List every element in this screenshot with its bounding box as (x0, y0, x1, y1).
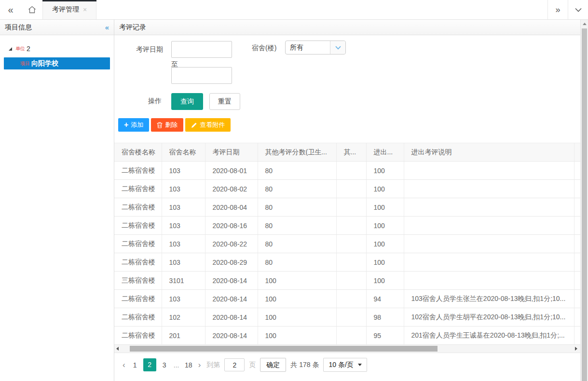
table-row[interactable]: 二栋宿舍楼2012020-08-1410095201宿舍人员学生王诚基在2020… (114, 327, 580, 345)
page-button-3[interactable]: 3 (161, 361, 168, 369)
column-header-filler (574, 143, 580, 162)
table-cell: 201宿舍人员学生王诚基在2020-08-13晚归,扣1分;... (404, 327, 574, 345)
plus-icon: + (124, 121, 128, 129)
table-cell: 二栋宿舍楼 (114, 162, 162, 180)
table-cell: 102 (162, 308, 205, 327)
project-tree: 单位 2 项目 向阳学校 (0, 35, 114, 69)
scroll-right-icon[interactable] (575, 347, 577, 351)
table-cell: 二栋宿舍楼 (114, 253, 162, 272)
tab-close-icon[interactable]: × (83, 6, 87, 14)
table-row[interactable]: 三栋宿舍楼31012020-08-14100100 (114, 272, 580, 290)
table-cell (404, 198, 574, 217)
table-cell: 2020-08-14 (205, 327, 258, 345)
dorm-select[interactable]: 所有 (285, 41, 346, 54)
page-button-18[interactable]: 18 (185, 361, 192, 369)
table-cell: 100 (366, 272, 404, 290)
table-row[interactable]: 二栋宿舍楼1032020-08-1410094103宿舍人员学生张兰在2020-… (114, 290, 580, 308)
table-row[interactable]: 二栋宿舍楼1032020-08-2980100 (114, 253, 580, 272)
table-cell: 100 (258, 327, 336, 345)
tabbar-spacer (96, 0, 547, 19)
caret-down-icon (358, 364, 362, 366)
operation-label: 操作 (148, 97, 162, 106)
table-cell (336, 162, 366, 180)
page-size-value: 10 条/页 (328, 361, 353, 369)
more-tabs-icon[interactable]: » (547, 0, 568, 19)
chevron-down-icon (575, 8, 582, 12)
page-button-1[interactable]: 1 (131, 361, 139, 369)
column-header: 其... (336, 143, 366, 162)
table-cell: 三栋宿舍楼 (114, 272, 162, 290)
home-icon[interactable] (21, 0, 42, 19)
select-arrow-area[interactable] (330, 41, 345, 54)
node-label: 2 (27, 45, 30, 53)
table-cell: 2020-08-16 (205, 217, 258, 235)
table-cell (404, 272, 574, 290)
tree-node-school-selected[interactable]: 项目 向阳学校 (4, 57, 110, 69)
table-cell (404, 162, 574, 180)
scroll-up-icon[interactable] (583, 23, 587, 25)
table-row[interactable]: 二栋宿舍楼1032020-08-0480100 (114, 198, 580, 217)
table-row[interactable]: 二栋宿舍楼1032020-08-0180100 (114, 162, 580, 180)
tab-menu-icon[interactable] (568, 0, 588, 19)
collapse-tabs-icon[interactable]: « (0, 0, 21, 19)
column-header: 考评日期 (205, 143, 258, 162)
tab-kaoping-guanli[interactable]: 考评管理 × (42, 0, 96, 19)
table-cell: 103 (162, 198, 205, 217)
horizontal-scroll-thumb[interactable] (130, 346, 438, 352)
table-header-row: 宿舍楼名称宿舍名称考评日期其他考评分数(卫生...其...进出...进出考评说明 (114, 143, 580, 162)
table-cell: 100 (366, 162, 404, 180)
table-cell: 95 (366, 327, 404, 345)
horizontal-scrollbar[interactable] (114, 345, 580, 353)
table-row[interactable]: 二栋宿舍楼1032020-08-0280100 (114, 180, 580, 198)
page-ellipsis: ... (173, 361, 180, 369)
table-cell: 100 (366, 235, 404, 253)
add-button[interactable]: + 添加 (118, 118, 149, 132)
table-cell: 2020-08-14 (205, 308, 258, 327)
table-cell: 80 (258, 253, 336, 272)
add-button-label: 添加 (131, 121, 143, 129)
date-from-input[interactable] (171, 41, 232, 58)
column-header: 宿舍名称 (162, 143, 205, 162)
search-button[interactable]: 查询 (171, 93, 203, 110)
delete-button-label: 删除 (165, 121, 178, 129)
table-cell (336, 180, 366, 198)
table-cell (574, 308, 580, 327)
vertical-scrollbar[interactable] (580, 20, 588, 381)
trash-icon (157, 122, 163, 128)
table-cell: 80 (258, 235, 336, 253)
vertical-scroll-thumb[interactable] (582, 28, 587, 381)
main-panel: 考评记录 考评日期 至 宿舍(楼) 所有 操作 查询 重置 (114, 20, 580, 381)
table-cell: 100 (366, 217, 404, 235)
total-count-label: 共 178 条 (290, 361, 319, 369)
table-row[interactable]: 二栋宿舍楼1032020-08-1680100 (114, 217, 580, 235)
table-cell (574, 198, 580, 217)
table-cell: 103 (162, 162, 205, 180)
table-row[interactable]: 二栋宿舍楼1032020-08-2280100 (114, 235, 580, 253)
table-cell: 80 (258, 180, 336, 198)
table-cell: 3101 (162, 272, 205, 290)
prev-page-icon[interactable]: ‹ (121, 360, 127, 370)
table-cell: 102宿舍人员学生胡平在2020-08-13晚归,扣1分;10... (404, 308, 574, 327)
goto-page-input[interactable] (224, 358, 245, 371)
sidebar-collapse-icon[interactable]: « (105, 20, 109, 35)
table-cell: 94 (366, 290, 404, 308)
scroll-left-icon[interactable] (116, 347, 119, 351)
next-page-icon[interactable]: › (197, 360, 203, 370)
table-cell: 2020-08-01 (205, 162, 258, 180)
main-panel-title: 考评记录 (119, 20, 146, 35)
tree-expand-icon[interactable] (9, 47, 12, 51)
table-cell: 80 (258, 198, 336, 217)
date-to-input[interactable] (171, 67, 232, 84)
dorm-label: 宿舍(楼) (252, 44, 276, 53)
reset-button[interactable]: 重置 (209, 93, 240, 110)
confirm-button[interactable]: 确定 (260, 358, 286, 372)
page-size-select[interactable]: 10 条/页 (323, 358, 367, 372)
table-cell: 100 (258, 272, 336, 290)
page-button-2[interactable]: 2 (143, 358, 156, 371)
tree-node-unit[interactable]: 单位 2 (0, 43, 114, 54)
table-cell: 二栋宿舍楼 (114, 327, 162, 345)
column-header: 其他考评分数(卫生... (258, 143, 336, 162)
delete-button[interactable]: 删除 (151, 118, 183, 132)
table-row[interactable]: 二栋宿舍楼1022020-08-1410098102宿舍人员学生胡平在2020-… (114, 308, 580, 327)
view-attachment-button[interactable]: 查看附件 (185, 118, 231, 132)
